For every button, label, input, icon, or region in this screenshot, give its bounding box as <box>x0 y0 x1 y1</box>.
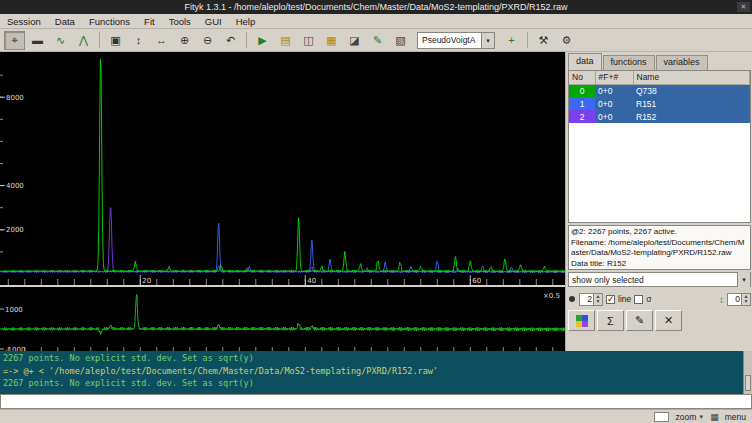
color-grid-icon <box>576 315 588 327</box>
aux-plot[interactable]: 1000-1000×0.5 <box>0 287 565 351</box>
column-header: #F+# <box>595 71 633 84</box>
auto-add-peak-icon[interactable]: + <box>501 31 522 50</box>
menu-session[interactable]: Session <box>0 14 48 29</box>
info-line: Data title: R152 <box>571 259 748 270</box>
toolbar-separator <box>527 32 528 48</box>
svg-text:60: 60 <box>472 277 481 285</box>
plot-panel: 200040008000204060 1000-1000×0.5 <box>0 52 565 351</box>
table-row[interactable]: 00+0Q738 <box>569 84 750 97</box>
edit-data-icon[interactable]: ✎ <box>367 31 388 50</box>
menu-fit[interactable]: Fit <box>137 14 162 29</box>
tab-data[interactable]: data <box>568 53 602 70</box>
filter-dropdown-value: show only selected <box>572 275 644 285</box>
shift-arrows-icon: ↕ <box>719 294 724 305</box>
add-peak-mode-icon[interactable]: ⋀ <box>73 31 94 50</box>
dataset-funcs: 0+0 <box>595 110 633 123</box>
menu-functions[interactable]: Functions <box>82 14 137 29</box>
dataset-color-swatch: 0 <box>569 84 595 97</box>
filter-dropdown[interactable]: show only selected ▾ <box>568 272 751 287</box>
main-plot-canvas: 200040008000204060 <box>0 52 565 285</box>
point-size-icon <box>569 296 575 302</box>
console-output[interactable]: 2267 points. No explicit std. dev. Set a… <box>0 351 752 394</box>
dataset-color-swatch: 1 <box>569 97 595 110</box>
shift-value: 0 <box>728 294 741 305</box>
open-session-icon[interactable]: ▤ <box>275 31 296 50</box>
tab-functions[interactable]: functions <box>603 55 655 70</box>
svg-text:40: 40 <box>307 277 316 285</box>
tab-variables[interactable]: variables <box>656 55 708 70</box>
plot-grid-icon[interactable]: ▦ <box>710 412 719 422</box>
baseline-mode-icon[interactable]: ∿ <box>50 31 71 50</box>
display-controls: 2 ▲▼ line σ ↕ 0 ▲▼ <box>568 290 751 308</box>
menu-tools[interactable]: Tools <box>162 14 198 29</box>
zoom-all-icon[interactable]: ▣ <box>105 31 126 50</box>
edit-transform-button[interactable]: ✎ <box>626 310 653 331</box>
fit-settings-icon[interactable]: ⚙ <box>556 31 577 50</box>
chevron-down-icon[interactable]: ▾ <box>737 272 750 287</box>
sigma-checkbox-label: σ <box>646 294 651 304</box>
point-size-value: 2 <box>580 294 593 305</box>
sidebar: datafunctionsvariables No#F+#Name 00+0Q7… <box>565 52 752 351</box>
zoom-label: zoom <box>675 412 696 422</box>
spinner-arrows-icon[interactable]: ▲▼ <box>593 294 602 305</box>
run-fit-icon[interactable]: ⚒ <box>533 31 554 50</box>
close-icon[interactable]: ✕ <box>737 2 750 12</box>
dataset-name: Q738 <box>633 84 750 97</box>
status-field <box>654 412 669 422</box>
load-data-icon[interactable]: ▦ <box>321 31 342 50</box>
dataset-color-swatch: 2 <box>569 110 595 123</box>
console-line: =-> @+ < '/home/aleplo/test/Documents/Ch… <box>3 365 749 378</box>
table-row[interactable]: 20+0R152 <box>569 110 750 123</box>
function-type-value: PseudoVoigtA <box>422 35 475 45</box>
sigma-checkbox[interactable] <box>634 295 643 304</box>
data-range-mode-icon[interactable]: ▬ <box>27 31 48 50</box>
dataset-funcs: 0+0 <box>595 97 633 110</box>
dataset-table[interactable]: No#F+#Name 00+0Q73810+0R15120+0R152 <box>568 70 751 223</box>
line-checkbox[interactable] <box>606 295 615 304</box>
window-title: Fityk 1.3.1 - /home/aleplo/test/Document… <box>184 2 567 12</box>
aux-plot-canvas: 1000-1000×0.5 <box>0 287 565 351</box>
toolbar: ⌖▬∿⋀▣↕↔⊕⊖↶▶▤◫▦◪✎▧ PseudoVoigtA ▾ +⚒⚙ <box>0 29 752 52</box>
command-input[interactable] <box>0 394 752 409</box>
console-lines: 2267 points. No explicit std. dev. Set a… <box>3 352 749 390</box>
svg-text:20: 20 <box>142 277 151 285</box>
dataset-name: R152 <box>633 110 750 123</box>
sidebar-buttons: Σ✎✕ <box>568 310 682 332</box>
save-session-icon[interactable]: ◫ <box>298 31 319 50</box>
table-row[interactable]: 10+0R151 <box>569 97 750 110</box>
sum-button[interactable]: Σ <box>597 310 624 331</box>
data-export-icon[interactable]: ▧ <box>390 31 411 50</box>
svg-text:8000: 8000 <box>6 94 24 102</box>
plot-menu-button[interactable]: menu <box>725 412 746 422</box>
menu-help[interactable]: Help <box>229 14 263 29</box>
zoom-mode-icon[interactable]: ⌖ <box>4 31 25 50</box>
toolbar-separator <box>246 32 247 48</box>
save-data-icon[interactable]: ◪ <box>344 31 365 50</box>
zoom-dropdown[interactable]: zoom ▼ <box>675 412 704 422</box>
titlebar[interactable]: Fityk 1.3.1 - /home/aleplo/test/Document… <box>0 0 752 14</box>
menu-gui[interactable]: GUI <box>198 14 229 29</box>
delete-dataset-button[interactable]: ✕ <box>655 310 682 331</box>
zoom-horizontal-icon[interactable]: ↔ <box>151 31 172 50</box>
chevron-down-icon[interactable]: ▾ <box>481 33 494 48</box>
chevron-down-icon: ▼ <box>698 414 704 420</box>
main-plot[interactable]: 200040008000204060 <box>0 52 565 285</box>
zoom-in-icon[interactable]: ⊕ <box>174 31 195 50</box>
zoom-out-icon[interactable]: ⊖ <box>197 31 218 50</box>
menu-label: menu <box>725 412 746 422</box>
previous-zoom-icon[interactable]: ↶ <box>220 31 241 50</box>
execute-script-icon[interactable]: ▶ <box>252 31 273 50</box>
svg-text:2000: 2000 <box>6 226 24 234</box>
sidebar-tabs: datafunctionsvariables <box>566 52 752 70</box>
point-size-spinner[interactable]: 2 ▲▼ <box>579 293 603 306</box>
spinner-arrows-icon[interactable]: ▲▼ <box>741 294 750 305</box>
data-colors-button[interactable] <box>568 310 595 331</box>
scrollbar-thumb[interactable] <box>745 375 751 391</box>
console-scrollbar[interactable] <box>743 351 752 394</box>
shift-spinner[interactable]: 0 ▲▼ <box>727 293 751 306</box>
menu-data[interactable]: Data <box>48 14 82 29</box>
function-type-dropdown[interactable]: PseudoVoigtA ▾ <box>417 32 495 49</box>
zoom-vertical-icon[interactable]: ↕ <box>128 31 149 50</box>
column-header: Name <box>633 71 750 84</box>
menu-bar: SessionDataFunctionsFitToolsGUIHelp <box>0 14 752 29</box>
